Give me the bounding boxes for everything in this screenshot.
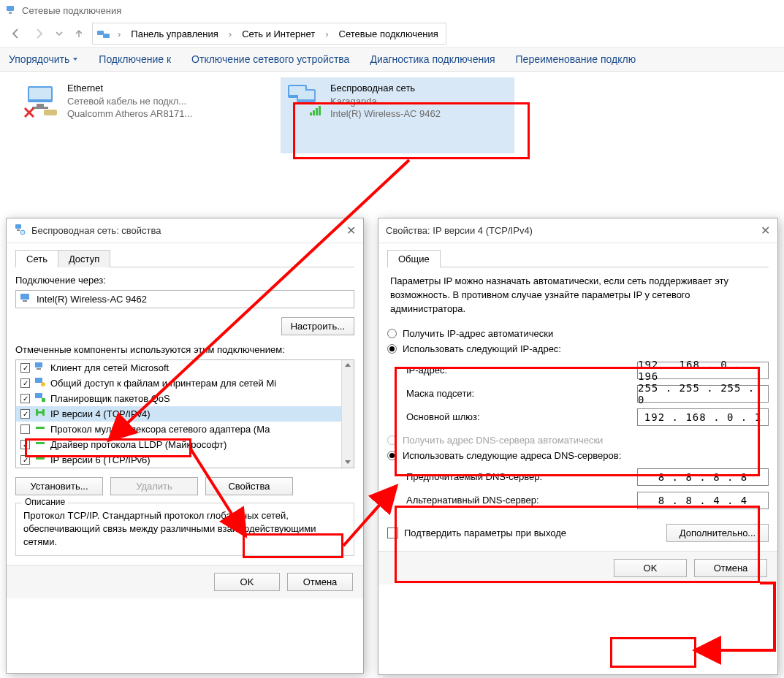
checkbox[interactable]: ✓: [20, 440, 30, 449]
adapter-properties-dialog: Беспроводная сеть: свойства ✕ Сеть Досту…: [6, 218, 364, 674]
validate-checkbox[interactable]: [387, 527, 398, 538]
scrollbar[interactable]: [341, 360, 354, 468]
organize-label: Упорядочить: [9, 53, 69, 65]
tab-network[interactable]: Сеть: [15, 250, 58, 267]
ip-address-field[interactable]: 192 . 168 . 0 . 196: [637, 362, 769, 379]
checkbox[interactable]: ✓: [20, 455, 30, 465]
disable-device-action[interactable]: Отключение сетевого устройства: [191, 53, 349, 65]
breadcrumb-item[interactable]: Панель управления: [128, 27, 221, 41]
tab-general[interactable]: Общие: [387, 250, 441, 267]
breadcrumb-separator: ›: [226, 28, 235, 39]
ipv4-properties-dialog: Свойства: IP версии 4 (TCP/IPv4) ✕ Общие…: [378, 218, 778, 675]
checkbox[interactable]: ✓: [20, 409, 30, 419]
command-bar: Упорядочить Подключение к Отключение сет…: [0, 47, 784, 72]
svg-rect-27: [42, 398, 45, 402]
ok-button[interactable]: OK: [614, 559, 687, 577]
checkbox[interactable]: ✓: [20, 378, 30, 388]
ok-button[interactable]: OK: [214, 573, 280, 591]
forward-button[interactable]: [29, 23, 50, 44]
cancel-button[interactable]: Отмена: [694, 559, 767, 577]
ip-label: IP-адрес:: [406, 365, 630, 376]
checkbox[interactable]: ✓: [20, 363, 30, 373]
svg-rect-1: [9, 12, 12, 14]
connection-wireless[interactable]: Беспроводная сеть Karaganda Intel(R) Wir…: [281, 77, 514, 153]
radio-use-dns-row[interactable]: Использовать следующие адреса DNS-сервер…: [387, 450, 769, 461]
configure-button[interactable]: Настроить...: [281, 317, 354, 335]
subnet-mask-field[interactable]: 255 . 255 . 255 . 0: [637, 385, 769, 403]
network-icon: [97, 30, 110, 40]
validate-checkbox-row[interactable]: Подтвердить параметры при выходе: [387, 527, 566, 538]
breadcrumb-item[interactable]: Сетевые подключения: [336, 27, 441, 41]
connection-ssid: Karaganda: [330, 95, 441, 108]
qos-icon: [34, 392, 46, 405]
protocol-icon: [34, 438, 46, 451]
cancel-button[interactable]: Отмена: [287, 573, 353, 591]
svg-rect-32: [36, 442, 45, 444]
radio-auto-dns-row: Получить адрес DNS-сервера автоматически: [387, 435, 769, 446]
properties-button[interactable]: Свойства: [205, 477, 293, 495]
up-button[interactable]: [69, 23, 89, 44]
adapter-field: Intel(R) Wireless-AC 9462: [15, 290, 354, 308]
radio-use-dns[interactable]: [387, 451, 397, 460]
dialog-footer: OK Отмена: [7, 565, 363, 598]
svg-rect-7: [32, 107, 48, 109]
svg-rect-26: [35, 393, 42, 398]
alternate-dns-field[interactable]: 8 . 8 . 4 . 4: [637, 492, 769, 509]
history-dropdown[interactable]: [53, 23, 66, 44]
back-button[interactable]: [6, 23, 26, 44]
svg-rect-20: [20, 294, 29, 300]
list-item: ✓Клиент для сетей Microsoft: [16, 360, 354, 376]
close-icon[interactable]: ✕: [761, 224, 770, 237]
description-text: Протокол TCP/IP. Стандартный протокол гл…: [23, 509, 346, 549]
svg-rect-13: [310, 113, 312, 115]
connect-to-action[interactable]: Подключение к: [99, 53, 171, 65]
close-icon[interactable]: ✕: [346, 224, 356, 237]
radio-use-ip[interactable]: [387, 344, 397, 354]
svg-rect-18: [17, 229, 20, 231]
dns1-label: Предпочитаемый DNS-сервер:: [406, 471, 630, 482]
diagnose-action[interactable]: Диагностика подключения: [370, 53, 495, 65]
svg-rect-29: [36, 409, 38, 416]
svg-rect-3: [103, 34, 110, 38]
advanced-button[interactable]: Дополнительно...: [666, 524, 769, 542]
dialog-footer: OK Отмена: [378, 551, 777, 584]
tab-sharing[interactable]: Доступ: [58, 250, 110, 267]
connection-ethernet[interactable]: Ethernet Сетевой кабель не подкл... Qual…: [18, 77, 251, 153]
adapter-icon: [14, 224, 26, 237]
dialog-title: Свойства: IP версии 4 (TCP/IPv4): [386, 225, 533, 236]
install-button[interactable]: Установить...: [15, 477, 103, 495]
svg-rect-21: [23, 300, 27, 302]
intro-text: Параметры IP можно назначать автоматичес…: [390, 275, 766, 316]
checkbox[interactable]: ✓: [20, 394, 30, 403]
validate-label: Подтвердить параметры при выходе: [404, 527, 566, 538]
radio-auto-ip[interactable]: [387, 329, 397, 338]
connection-title: Ethernet: [67, 82, 192, 95]
gateway-field[interactable]: 192 . 168 . 0 . 1: [637, 408, 769, 426]
breadcrumb-item[interactable]: Сеть и Интернет: [239, 27, 318, 41]
rename-action[interactable]: Переименование подклю: [516, 53, 636, 65]
list-item-label: Клиент для сетей Microsoft: [50, 362, 169, 373]
adapter-name: Intel(R) Wireless-AC 9462: [37, 294, 147, 305]
svg-rect-17: [15, 224, 21, 229]
share-icon: [34, 377, 46, 389]
protocol-icon: [34, 408, 46, 420]
connection-device: Intel(R) Wireless-AC 9462: [330, 107, 441, 121]
protocol-icon: [34, 454, 46, 466]
preferred-dns-field[interactable]: 8 . 8 . 8 . 8: [637, 468, 769, 486]
use-ip-group: Использовать следующий IP-адрес: IP-адре…: [387, 343, 769, 426]
radio-use-ip-label: Использовать следующий IP-адрес:: [403, 343, 561, 354]
list-item-ipv4: ✓IP версии 4 (TCP/IPv4): [16, 406, 354, 422]
list-item: ✓Драйвер протокола LLDP (Майкрософт): [16, 437, 354, 452]
components-listbox[interactable]: ✓Клиент для сетей Microsoft ✓Общий досту…: [15, 359, 354, 468]
address-bar[interactable]: › Панель управления › Сеть и Интернет › …: [92, 23, 446, 45]
svg-rect-31: [36, 427, 45, 429]
radio-auto-dns-label: Получить адрес DNS-сервера автоматически: [403, 435, 603, 446]
mask-label: Маска подсети:: [406, 388, 630, 399]
dns2-label: Альтернативный DNS-сервер:: [406, 495, 630, 506]
svg-rect-5: [29, 88, 51, 99]
organize-menu[interactable]: Упорядочить: [9, 53, 78, 65]
checkbox[interactable]: [20, 424, 30, 434]
radio-auto-ip-row[interactable]: Получить IP-адрес автоматически: [387, 328, 769, 339]
radio-use-ip-row[interactable]: Использовать следующий IP-адрес:: [387, 343, 769, 354]
window-titlebar: Сетевые подключения: [0, 0, 784, 20]
